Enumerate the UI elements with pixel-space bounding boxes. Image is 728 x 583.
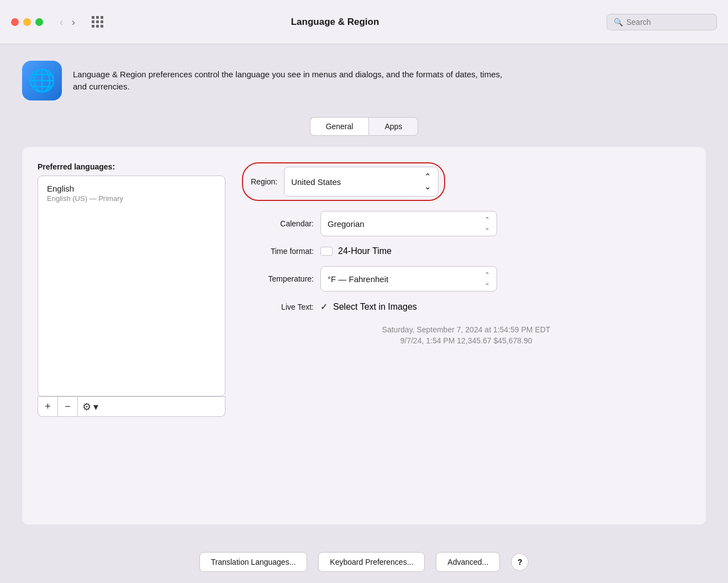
settings-section: Region: United States ⌃⌄ Calendar: Grego… [242, 162, 690, 417]
preview-formats: 9/7/24, 1:54 PM 12,345.67 $45,678.90 [242, 336, 690, 345]
add-language-button[interactable]: + [38, 397, 57, 417]
time-format-row: Time format: 24-Hour Time [242, 246, 690, 256]
maximize-button[interactable] [35, 18, 43, 26]
live-text-row: Live Text: ✓ Select Text in Images [242, 301, 690, 312]
languages-list: English English (US) — Primary [38, 176, 225, 396]
content-panel: Preferred languages: English English (US… [22, 147, 706, 524]
chevron-updown-icon: ⌃⌄ [484, 216, 490, 231]
temperature-dropdown[interactable]: °F — Fahrenheit ⌃⌄ [320, 266, 497, 292]
checkmark-row: ✓ Select Text in Images [320, 301, 690, 312]
tabs-container: General Apps [22, 117, 706, 136]
toggle-row: 24-Hour Time [320, 246, 690, 256]
advanced-button[interactable]: Advanced... [436, 552, 500, 572]
back-button[interactable]: ‹ [56, 15, 66, 29]
chevron-updown-icon: ⌃⌄ [424, 172, 431, 192]
languages-label: Preferred languages: [38, 162, 225, 171]
time-format-control: 24-Hour Time [320, 246, 690, 256]
remove-language-button[interactable]: − [57, 397, 77, 417]
time-format-label: Time format: [242, 247, 314, 256]
region-row: Region: United States ⌃⌄ [242, 162, 690, 201]
dropdown-arrow-icon: ▾ [93, 401, 98, 413]
search-box[interactable]: 🔍 [606, 14, 717, 30]
help-button[interactable]: ? [511, 553, 529, 571]
region-value: United States [291, 177, 420, 187]
panel-inner: Preferred languages: English English (US… [38, 162, 690, 417]
main-content: 🌐 Language & Region preferences control … [0, 44, 728, 541]
calendar-dropdown[interactable]: Gregorian ⌃⌄ [320, 211, 497, 236]
live-text-control: ✓ Select Text in Images [320, 301, 690, 312]
language-sub: English (US) — Primary [47, 194, 216, 203]
minimize-button[interactable] [23, 18, 31, 26]
temperature-control: °F — Fahrenheit ⌃⌄ [320, 266, 690, 292]
calendar-control: Gregorian ⌃⌄ [320, 211, 690, 236]
calendar-value: Gregorian [328, 219, 365, 229]
preview-date: Saturday, September 7, 2024 at 1:54:59 P… [242, 325, 690, 334]
language-name: English [47, 184, 216, 193]
calendar-row: Calendar: Gregorian ⌃⌄ [242, 211, 690, 236]
temperature-value: °F — Fahrenheit [328, 274, 388, 284]
list-controls: + − ⚙ ▾ [38, 396, 225, 417]
window-title: Language & Region [72, 17, 598, 28]
temperature-row: Temperature: °F — Fahrenheit ⌃⌄ [242, 266, 690, 292]
header-description: Language & Region preferences control th… [73, 68, 504, 93]
header-section: 🌐 Language & Region preferences control … [22, 61, 706, 100]
languages-section: Preferred languages: English English (US… [38, 162, 225, 417]
globe-icon: 🌐 [22, 61, 62, 100]
keyboard-preferences-button[interactable]: Keyboard Preferences... [318, 552, 425, 572]
live-text-value: Select Text in Images [333, 302, 417, 312]
chevron-updown-icon: ⌃⌄ [484, 271, 490, 287]
time-format-value: 24-Hour Time [338, 246, 392, 256]
bottom-bar: Translation Languages... Keyboard Prefer… [0, 541, 728, 583]
temperature-label: Temperature: [242, 274, 314, 283]
calendar-label: Calendar: [242, 219, 314, 228]
translation-languages-button[interactable]: Translation Languages... [199, 552, 308, 572]
search-icon: 🔍 [614, 18, 623, 26]
window-controls [11, 18, 43, 26]
tab-apps[interactable]: Apps [368, 117, 418, 136]
checkmark-icon[interactable]: ✓ [320, 301, 328, 312]
list-item[interactable]: English English (US) — Primary [38, 176, 225, 210]
gear-icon: ⚙ [82, 401, 91, 413]
language-options-button[interactable]: ⚙ ▾ [77, 397, 225, 417]
time-format-toggle[interactable] [320, 247, 333, 256]
close-button[interactable] [11, 18, 19, 26]
tab-general[interactable]: General [310, 117, 369, 136]
titlebar: ‹ › Language & Region 🔍 [0, 0, 728, 44]
preview-section: Saturday, September 7, 2024 at 1:54:59 P… [242, 325, 690, 345]
region-label: Region: [251, 177, 277, 186]
live-text-label: Live Text: [242, 303, 314, 311]
search-input[interactable] [626, 18, 710, 26]
region-dropdown[interactable]: United States ⌃⌄ [284, 167, 439, 197]
region-highlight: Region: United States ⌃⌄ [242, 162, 445, 201]
